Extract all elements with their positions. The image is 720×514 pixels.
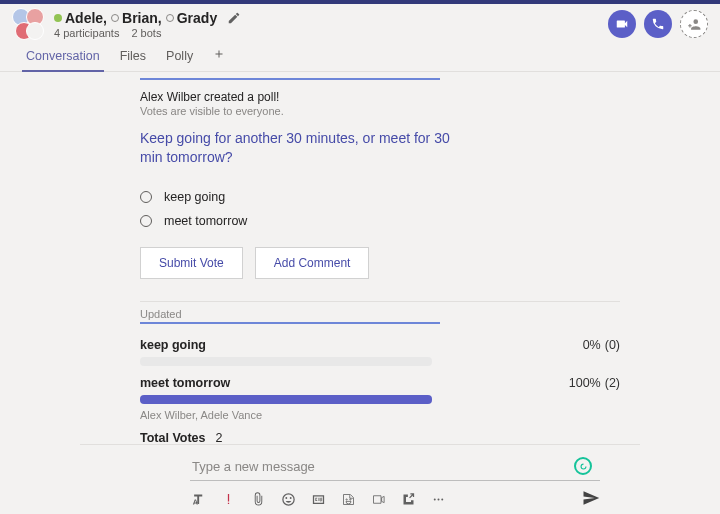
video-call-button[interactable]: [608, 10, 636, 38]
add-tab-button[interactable]: [211, 42, 227, 71]
poll-option-2[interactable]: meet tomorrow: [140, 209, 620, 233]
attach-icon[interactable]: [250, 492, 266, 508]
bots-count[interactable]: 2 bots: [131, 27, 161, 39]
send-button[interactable]: [582, 489, 600, 510]
svg-point-2: [441, 499, 443, 501]
format-icon[interactable]: [190, 492, 206, 508]
add-comment-button[interactable]: Add Comment: [255, 247, 370, 279]
result-percent: 100%: [569, 376, 601, 390]
extensions-icon[interactable]: [400, 492, 416, 508]
results-updated-label: Updated: [140, 308, 620, 320]
participant-1: Adele,: [54, 10, 107, 26]
total-votes-value: 2: [216, 431, 223, 444]
compose-area: [80, 444, 640, 514]
poll-created-by: Alex Wilber created a poll!: [140, 90, 620, 104]
presence-offline-icon: [111, 14, 119, 22]
poll-option-label: meet tomorrow: [164, 214, 247, 228]
presence-available-icon: [54, 14, 62, 22]
poll-option-label: keep going: [164, 190, 225, 204]
divider: [140, 322, 440, 324]
conversation-scroll[interactable]: Alex Wilber created a poll! Votes are vi…: [0, 72, 720, 444]
result-voters: Alex Wilber, Adele Vance: [140, 409, 620, 421]
emoji-icon[interactable]: [280, 492, 296, 508]
result-row-1: keep going 0% (0): [140, 338, 620, 366]
radio-icon: [140, 191, 152, 203]
priority-icon[interactable]: [220, 492, 236, 508]
compose-input[interactable]: [190, 453, 600, 481]
add-people-button[interactable]: [680, 10, 708, 38]
poll-question: Keep going for another 30 minutes, or me…: [140, 129, 450, 167]
total-votes-label: Total Votes: [140, 431, 206, 444]
participant-2: Brian,: [111, 10, 162, 26]
tab-conversation[interactable]: Conversation: [24, 43, 102, 71]
result-label: meet tomorrow: [140, 376, 230, 390]
meet-now-icon[interactable]: [370, 492, 386, 508]
edit-icon[interactable]: [227, 11, 241, 25]
submit-vote-button[interactable]: Submit Vote: [140, 247, 243, 279]
poll-option-1[interactable]: keep going: [140, 185, 620, 209]
result-label: keep going: [140, 338, 206, 352]
participant-name: Adele,: [65, 10, 107, 26]
presence-offline-icon: [166, 14, 174, 22]
participant-name: Grady: [177, 10, 217, 26]
poll-visibility: Votes are visible to everyone.: [140, 105, 620, 117]
svg-point-1: [437, 499, 439, 501]
divider: [140, 78, 440, 80]
sticker-icon[interactable]: [340, 492, 356, 508]
result-row-2: meet tomorrow 100% (2) Alex Wilber, Adel…: [140, 376, 620, 421]
participant-3: Grady: [166, 10, 217, 26]
chat-header: Adele, Brian, Grady 4 participants 2 bot…: [0, 4, 720, 42]
participant-avatars: [12, 8, 44, 40]
divider: [140, 301, 620, 302]
chat-title: Adele, Brian, Grady: [54, 10, 241, 26]
chat-tabs: Conversation Files Polly: [0, 42, 720, 72]
gif-icon[interactable]: [310, 492, 326, 508]
svg-point-0: [433, 499, 435, 501]
participants-count[interactable]: 4 participants: [54, 27, 119, 39]
result-percent: 0%: [583, 338, 601, 352]
participant-name: Brian,: [122, 10, 162, 26]
grammarly-icon[interactable]: [574, 457, 592, 475]
result-count: (0): [605, 338, 620, 352]
result-count: (2): [605, 376, 620, 390]
audio-call-button[interactable]: [644, 10, 672, 38]
result-bar: [140, 395, 432, 404]
tab-polly[interactable]: Polly: [164, 43, 195, 71]
result-bar: [140, 357, 432, 366]
radio-icon: [140, 215, 152, 227]
tab-files[interactable]: Files: [118, 43, 148, 71]
more-icon[interactable]: [430, 492, 446, 508]
compose-toolbar: [190, 487, 600, 510]
